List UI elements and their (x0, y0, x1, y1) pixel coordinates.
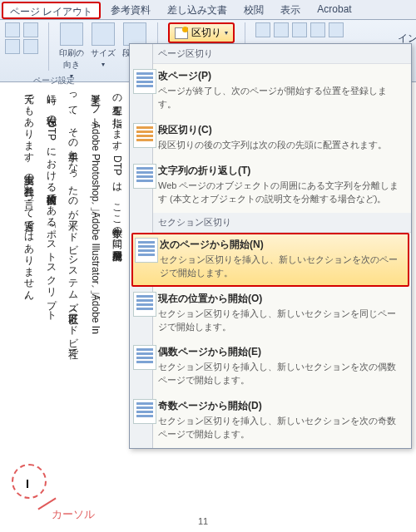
theme-font-icon[interactable] (23, 22, 38, 37)
indent-icon[interactable] (310, 22, 325, 37)
breaks-button[interactable]: 区切り ▾ (168, 22, 235, 43)
watermark-icon[interactable] (255, 22, 270, 37)
menu-item-page-break[interactable]: 改ページ(P)ページが終了し、次のページが開始する位置を登録します。 (130, 64, 411, 118)
menu-item-text-wrap[interactable]: 文字列の折り返し(T)Web ページのオブジェクトの周囲にある文字列を分離します… (130, 159, 411, 213)
spacing-icon[interactable] (329, 22, 344, 37)
size-icon (92, 22, 115, 46)
document-body[interactable]: の工程を指します。DTPは、ここ十数年の間に飛躍的発展を 主要ソフト「Adobe… (12, 87, 128, 486)
odd-page-icon (133, 399, 156, 424)
continuous-icon (133, 292, 156, 317)
breaks-icon (175, 27, 188, 39)
cursor-annotation-label: カーソル (52, 507, 95, 522)
column-break-icon (133, 123, 156, 148)
menu-item-next-page[interactable]: 次のページから開始(N)セクション区切りを挿入し、新しいセクションを次のページで… (131, 233, 409, 287)
menu-item-continuous[interactable]: 現在の位置から開始(O)セクション区切りを挿入し、新しいセクションを同じページで… (130, 287, 411, 341)
page-color-icon[interactable] (274, 22, 289, 37)
tab-bar: ページ レイアウト 参考資料 差し込み文書 校閲 表示 Acrobat (0, 0, 416, 20)
even-page-icon (133, 345, 156, 370)
page-border-icon[interactable] (292, 22, 307, 37)
theme-effects-icon[interactable] (5, 39, 20, 54)
tab-review[interactable]: 校閲 (235, 0, 272, 19)
orientation-icon (60, 22, 83, 46)
page-number: 11 (198, 516, 208, 526)
themes-group (5, 22, 38, 54)
tab-mailings[interactable]: 差し込み文書 (159, 0, 235, 19)
tab-page-layout[interactable]: ページ レイアウト (2, 2, 101, 19)
text-wrap-icon (133, 164, 156, 189)
tab-view[interactable]: 表示 (272, 0, 309, 19)
tab-references[interactable]: 参考資料 (102, 0, 159, 19)
columns-icon (123, 22, 146, 46)
menu-section-page-breaks: ページ区切り (130, 44, 411, 64)
breaks-menu: ページ区切り 改ページ(P)ページが終了し、次のページが開始する位置を登録します… (129, 43, 412, 449)
ribbon-group-title: ページ設定 (33, 75, 75, 86)
menu-section-section-breaks: セクション区切り (130, 213, 411, 233)
tab-acrobat[interactable]: Acrobat (309, 0, 359, 19)
menu-item-odd-page[interactable]: 奇数ページから開始(D)セクション区切りを挿入し、新しいセクションを次の奇数ペー… (130, 394, 411, 448)
menu-item-even-page[interactable]: 偶数ページから開始(E)セクション区切りを挿入し、新しいセクションを次の偶数ペー… (130, 340, 411, 394)
breaks-label: 区切り (191, 26, 221, 40)
theme-more-icon[interactable] (23, 39, 38, 54)
theme-colors-icon[interactable] (5, 22, 20, 37)
menu-item-column-break[interactable]: 段区切り(C)段区切りの後の文字列は次の段の先頭に配置されます。 (130, 118, 411, 159)
size-button[interactable]: サイズ ▾ (91, 22, 116, 68)
orientation-button[interactable]: 印刷の 向き ▾ (59, 22, 84, 80)
page-break-icon (133, 69, 156, 94)
chevron-down-icon: ▾ (225, 29, 228, 37)
next-page-icon (135, 238, 158, 263)
